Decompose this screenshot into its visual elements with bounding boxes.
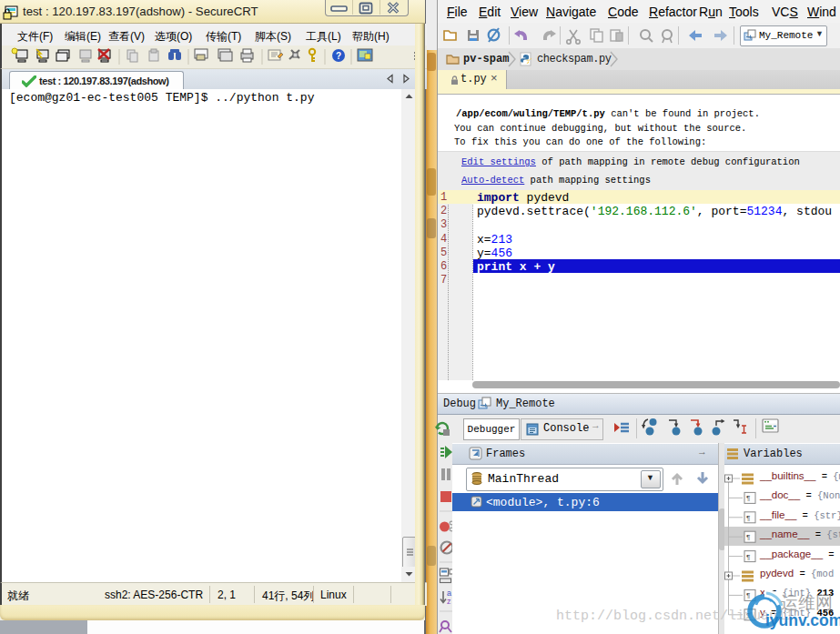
svg-text:¶: ¶ bbox=[746, 514, 750, 522]
svg-text:iyunv.com: iyunv.com bbox=[765, 611, 840, 629]
svg-text:¶: ¶ bbox=[746, 533, 750, 541]
svg-text:¶: ¶ bbox=[746, 494, 750, 502]
svg-text:运维网: 运维网 bbox=[781, 593, 833, 612]
svg-text:?: ? bbox=[336, 51, 341, 61]
svg-text:z: z bbox=[447, 597, 451, 606]
